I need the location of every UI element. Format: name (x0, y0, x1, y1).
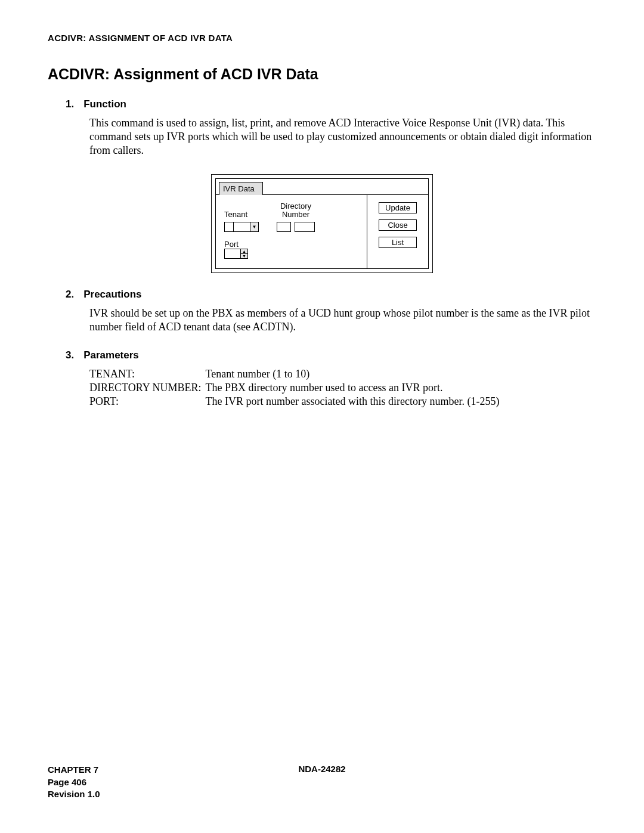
section-body: This command is used to assign, list, pr… (48, 116, 596, 157)
param-label: PORT: (89, 395, 203, 408)
param-desc: Tenant number (1 to 10) (206, 367, 310, 381)
footer-docnum: NDA-24282 (48, 764, 596, 774)
section-number: 2. (66, 289, 74, 301)
section-number: 1. (66, 98, 74, 110)
list-button[interactable]: List (379, 237, 417, 248)
directory-number-field[interactable] (277, 222, 315, 232)
port-field[interactable]: ▲ ▼ (224, 249, 361, 259)
quantity-stepper[interactable]: ▲ ▼ (241, 249, 248, 259)
footer-revision: Revision 1.0 (48, 788, 100, 800)
ivr-tab[interactable]: IVR Data (219, 182, 263, 195)
close-button[interactable]: Close (379, 219, 417, 231)
tenant-field[interactable]: ▼ (224, 222, 259, 232)
port-label: Port (224, 240, 361, 249)
param-label: TENANT: (89, 367, 203, 381)
footer-page: Page 406 (48, 776, 100, 788)
directory-label-line1: Directory (280, 202, 311, 210)
param-label: DIRECTORY NUMBER: (89, 381, 203, 395)
section-heading: Precautions (83, 289, 141, 301)
section-number: 3. (66, 349, 74, 361)
section-heading: Function (83, 98, 126, 110)
section-body: IVR should be set up on the PBX as membe… (48, 306, 596, 334)
ivr-dialog: IVR Data Tenant ▼ (211, 174, 433, 273)
tenant-label: Tenant (224, 210, 259, 219)
running-head: ACDIVR: ASSIGNMENT OF ACD IVR DATA (48, 33, 596, 43)
section-heading: Parameters (83, 349, 139, 361)
chevron-up-icon[interactable]: ▲ (241, 249, 247, 254)
chevron-down-icon[interactable]: ▼ (241, 254, 247, 258)
update-button[interactable]: Update (379, 202, 417, 213)
page-title: ACDIVR: Assignment of ACD IVR Data (48, 66, 596, 83)
chevron-down-icon[interactable]: ▼ (250, 222, 259, 232)
directory-label-line2: Number (282, 210, 309, 219)
param-desc: The IVR port number associated with this… (206, 395, 500, 408)
param-desc: The PBX directory number used to access … (206, 381, 443, 395)
